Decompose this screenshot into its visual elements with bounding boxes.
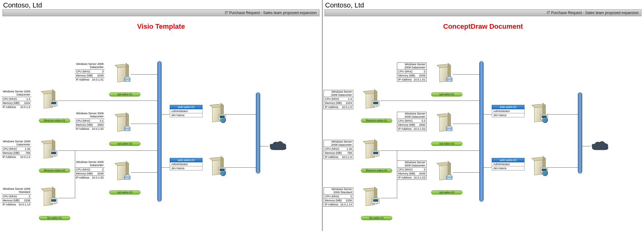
val: 10.0.1.14 bbox=[18, 203, 30, 206]
label: Memory (MB) bbox=[325, 101, 342, 105]
server-icon bbox=[366, 91, 381, 111]
webbox-web-sales-03: web-sales-03 Administrator Jim Hance bbox=[492, 158, 524, 170]
label: Memory (MB) bbox=[2, 151, 20, 155]
cloud-icon bbox=[590, 140, 609, 152]
spec-os: Windows Server 2008 Datacenter bbox=[324, 90, 353, 97]
server-icon bbox=[534, 104, 549, 124]
spec-sql-sales-03: Windows Server 2008 Datacenter CPU (MHz)… bbox=[397, 160, 427, 180]
spec-os: Windows Server 2008 Datacenter bbox=[397, 112, 427, 119]
val: 10.0.1.5 bbox=[342, 106, 352, 109]
connector bbox=[548, 167, 578, 168]
pill-sql-sales-02: sql-sales-02 bbox=[431, 142, 462, 146]
val: 2048 bbox=[419, 172, 425, 175]
label: CPU (MHz) bbox=[2, 147, 17, 150]
val: 10.0.1.5 bbox=[20, 106, 30, 109]
connector bbox=[453, 124, 479, 124]
bus-middle bbox=[479, 61, 484, 202]
label: Memory (MB) bbox=[398, 123, 415, 126]
pill-sql-sales-01: sql-sales-01 bbox=[109, 92, 140, 96]
connector bbox=[226, 114, 256, 115]
connector bbox=[226, 167, 256, 168]
val: 10.0.1.6 bbox=[342, 155, 352, 159]
spec-sql-sales-03: Windows Server 2008 Datacenter CPU (MHz)… bbox=[75, 160, 105, 179]
server-icon bbox=[439, 162, 454, 182]
val: 10.0.1.52 bbox=[413, 127, 425, 130]
val: 2048 bbox=[419, 74, 425, 77]
pill-sql-sales-02: sql-sales-02 bbox=[109, 142, 140, 146]
label: Memory (MB) bbox=[76, 74, 93, 77]
left-panel: Contoso, Ltd IT Purchase Request - Sales… bbox=[0, 0, 322, 231]
spec-filestore-sales-02: Windows Server 2008 Datacenter CPU (MHz)… bbox=[324, 140, 353, 159]
connector bbox=[131, 74, 157, 75]
webbox-web-sales-02: web-sales-02 Administrator Jim Hance bbox=[170, 105, 202, 117]
web-admin-label: Administrator bbox=[170, 109, 202, 113]
subtitle-bar: IT Purchase Request - Sales team propose… bbox=[324, 9, 642, 16]
val: 10.0.1.6 bbox=[20, 155, 30, 159]
connector bbox=[484, 114, 492, 115]
right-panel: Contoso, Ltd IT Purchase Request - Sales… bbox=[322, 0, 644, 231]
val: 768 bbox=[26, 151, 30, 155]
label: IP Address bbox=[76, 127, 89, 130]
web-admin-label: Administrator bbox=[492, 109, 524, 113]
connector bbox=[453, 74, 479, 75]
server-icon bbox=[117, 64, 132, 84]
spec-os: Windows Server 2008 Standard bbox=[324, 187, 353, 194]
web-admin-value: Jim Hance bbox=[492, 113, 524, 117]
headline-left: Visio Template bbox=[0, 22, 322, 31]
val: 3 bbox=[424, 168, 425, 171]
connector bbox=[162, 114, 170, 115]
spec-ftp-sales-01: Windows Server 2008 Standard CPU (MHz)2 … bbox=[2, 187, 31, 206]
val: 1536 bbox=[24, 199, 30, 202]
subtitle-bar: IT Purchase Request - Sales team propose… bbox=[2, 9, 320, 16]
connector bbox=[131, 124, 157, 124]
pill-sql-sales-03: sql-sales-03 bbox=[109, 190, 140, 194]
spec-os: Windows Server 2008 Datacenter bbox=[75, 112, 105, 119]
webbox-web-sales-02: web-sales-02 Administrator Jim Hance bbox=[492, 105, 524, 117]
server-icon bbox=[439, 64, 454, 84]
label: CPU (MHz) bbox=[325, 97, 339, 101]
bus-right bbox=[578, 92, 582, 174]
label: CPU (MHz) bbox=[325, 195, 339, 198]
label: CPU (MHz) bbox=[398, 119, 412, 122]
connector bbox=[59, 150, 157, 151]
label: IP Address bbox=[2, 155, 16, 159]
val: 768 bbox=[347, 151, 352, 155]
val: 10.0.1.51 bbox=[92, 78, 104, 81]
company-title: Contoso, Ltd bbox=[325, 1, 364, 9]
connector bbox=[59, 198, 75, 198]
val: 2 bbox=[29, 195, 30, 198]
connector bbox=[548, 114, 578, 115]
val: 1.4 bbox=[348, 97, 352, 101]
label: Memory (MB) bbox=[76, 123, 93, 126]
spec-filestore-sales-02: Windows Server 2008 Datacenter CPU (MHz)… bbox=[2, 140, 31, 159]
label: Memory (MB) bbox=[325, 199, 342, 202]
spec-ftp-sales-01: Windows Server 2008 Standard CPU (MHz)2 … bbox=[324, 187, 353, 207]
label: CPU (MHz) bbox=[76, 168, 90, 171]
val: 1.26 bbox=[25, 147, 30, 150]
val: 10.0.1.51 bbox=[413, 78, 425, 81]
val: 3 bbox=[102, 70, 104, 73]
bus-middle bbox=[157, 61, 162, 202]
web-admin-value: Jim Hance bbox=[170, 166, 202, 170]
server-icon bbox=[44, 140, 59, 160]
val: 2 bbox=[350, 195, 352, 198]
spec-sql-sales-02: Windows Server 2008 Datacenter CPU (MHz)… bbox=[397, 112, 427, 131]
label: IP Address bbox=[76, 78, 89, 81]
server-icon bbox=[212, 157, 227, 177]
val: 2560 bbox=[419, 123, 425, 126]
connector bbox=[582, 146, 590, 146]
val: 2048 bbox=[97, 172, 104, 175]
connector bbox=[381, 101, 479, 101]
label: CPU (MHz) bbox=[398, 70, 412, 73]
spec-os: Windows Server 2008 Standard bbox=[2, 187, 31, 194]
connector bbox=[381, 198, 397, 198]
val: 3 bbox=[424, 70, 425, 73]
val: 1536 bbox=[346, 199, 352, 202]
web-name: web-sales-02 bbox=[492, 105, 524, 109]
spec-sql-sales-01: Windows Server 2008 Datacenter CPU (MHz)… bbox=[75, 62, 105, 81]
val: 2048 bbox=[97, 74, 104, 77]
cloud-icon bbox=[268, 140, 287, 152]
server-icon bbox=[117, 114, 132, 134]
webbox-web-sales-03: web-sales-03 Administrator Jim Hance bbox=[170, 158, 202, 170]
val: 3.2 bbox=[100, 119, 104, 122]
